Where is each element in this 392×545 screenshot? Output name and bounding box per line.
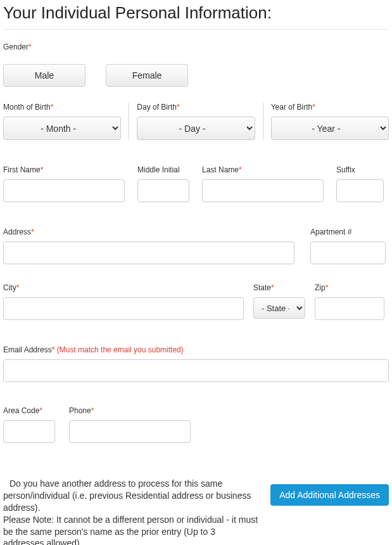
divider <box>3 29 389 30</box>
day-of-birth-label: Day of Birth* <box>137 103 255 112</box>
city-label: City* <box>3 283 244 292</box>
add-additional-addresses-button[interactable]: Add Additional Addresses <box>270 484 389 506</box>
month-of-birth-label: Month of Birth* <box>3 103 121 112</box>
year-of-birth-label: Year of Birth* <box>271 103 389 112</box>
suffix-label: Suffix <box>336 165 384 174</box>
suffix-input[interactable] <box>336 179 384 202</box>
first-name-input[interactable] <box>3 179 125 202</box>
last-name-label: Last Name* <box>202 165 324 174</box>
area-code-input[interactable] <box>3 420 55 443</box>
gender-male-button[interactable]: Male <box>3 64 85 87</box>
page-title: Your Individual Personal Information: <box>3 3 389 23</box>
area-code-label: Area Code* <box>3 406 55 415</box>
apartment-input[interactable] <box>310 241 386 264</box>
address-label: Address* <box>3 228 294 236</box>
zip-input[interactable] <box>315 297 384 320</box>
month-of-birth-select[interactable]: - Month - <box>3 117 121 140</box>
middle-initial-input[interactable] <box>137 179 189 202</box>
email-input[interactable] <box>3 359 389 382</box>
middle-initial-label: Middle Initial <box>137 165 189 174</box>
year-of-birth-select[interactable]: - Year - <box>271 117 389 140</box>
additional-address-text: Do you have another address to process f… <box>3 478 258 545</box>
phone-input[interactable] <box>69 420 191 443</box>
gender-female-button[interactable]: Female <box>106 64 188 87</box>
email-label: Email Address* (Must match the email you… <box>3 345 389 354</box>
gender-label: Gender* <box>3 42 389 51</box>
city-input[interactable] <box>3 297 244 320</box>
zip-label: Zip* <box>315 283 384 292</box>
day-of-birth-select[interactable]: - Day - <box>137 117 255 140</box>
first-name-label: First Name* <box>3 165 125 174</box>
apartment-label: Apartment # <box>310 228 386 236</box>
state-select[interactable]: - State - <box>253 297 305 319</box>
address-input[interactable] <box>3 241 294 264</box>
last-name-input[interactable] <box>202 179 324 202</box>
state-label: State* <box>253 283 305 292</box>
phone-label: Phone* <box>69 406 191 415</box>
